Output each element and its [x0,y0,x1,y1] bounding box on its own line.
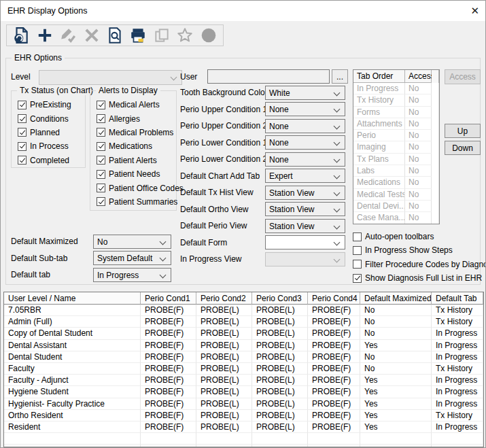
checkbox-item[interactable]: PreExisting [18,98,71,111]
combo-row-value: System Default [97,254,152,263]
perio-cond3-cell: PROBE(L) [252,351,308,363]
combo-row-label: Perio Lower Condition 2 [180,154,265,164]
checkbox-item[interactable]: Show Diagnosis Full List in EHR [353,271,486,285]
user-browse-button[interactable]: ... [332,69,348,84]
user-level-cell: Copy of Dental Student [4,328,141,339]
user-level-cell: 7.05RBR [4,305,141,316]
tab-name-cell: Case Mana... [353,212,405,224]
edit-icon[interactable] [58,27,78,44]
checkbox-item[interactable]: Patient Summaries [97,195,184,209]
access-col-header[interactable]: Access [405,70,432,83]
combo-row-select[interactable]: Expert [265,169,345,183]
checkbox-item[interactable]: Allergies [97,111,184,125]
star-icon[interactable] [175,27,195,44]
col-perio-cond1[interactable]: Perio Cond1 [141,292,196,305]
user-level-cell: Admin (Full) [4,316,141,328]
checkbox-icon [97,101,105,109]
user-input[interactable] [207,69,330,84]
checkbox-item[interactable]: In Process [18,139,71,153]
tab-order-row: In Progress No [353,83,439,94]
table-row[interactable]: Admin (Full) PROBE(F) PROBE(L) PROBE(L) … [4,316,483,328]
user-level-cell: Ortho Resident [4,410,141,421]
alerts-checkboxes: Medical Alerts Allergies Medical Problem… [97,98,184,209]
user-levels-header: User Level / Name Perio Cond1 Perio Cond… [4,292,483,305]
checkbox-item[interactable]: Patient Office Codes [97,181,184,194]
table-row[interactable]: Faculty PROBE(F) PROBE(L) PROBE(L) PROBE… [4,363,483,375]
default-maximized-cell: No [360,363,432,375]
checkbox-label: Medical Problems [109,128,173,137]
preview-icon[interactable] [105,27,125,44]
combo-row-select[interactable] [265,235,345,249]
combo-row-value: None [269,122,289,131]
combo-row-value: Station View [269,222,315,231]
table-row[interactable]: Dental Student PROBE(F) PROBE(L) PROBE(L… [4,351,483,363]
checkbox-item[interactable]: Medications [97,139,184,153]
table-row[interactable]: Faculty - Adjunct PROBE(F) PROBE(L) PROB… [4,375,483,386]
perio-cond3-cell: PROBE(L) [252,386,308,398]
checkbox-label: Filter Procedure Codes by Diagnoses [365,260,486,269]
table-row[interactable]: Ortho Resident PROBE(F) PROBE(L) PROBE(L… [4,410,483,421]
copy-icon[interactable] [152,27,172,44]
col-perio-cond2[interactable]: Perio Cond2 [196,292,252,305]
user-level-cell: Dental Student [4,351,141,363]
tx-status-group: Tx Status (on Chart) PreExisting Conditi… [11,90,86,168]
tab-order-table: Tab Order Access In Progress No Tx Histo… [353,69,440,224]
checkbox-item[interactable]: Patient Needs [97,167,184,181]
tab-order-row: Case Mana... No [353,212,439,224]
tab-name-cell: In Progress [353,83,405,94]
close-icon[interactable]: ✕ [470,5,479,17]
combo-row-select[interactable]: None [265,119,345,133]
col-perio-cond3[interactable]: Perio Cond3 [252,292,308,305]
ehr-display-options-dialog: EHR Display Options ✕ [0,0,486,448]
combo-row-select[interactable]: None [265,102,345,116]
access-cell: No [405,130,432,141]
checkbox-item[interactable]: Medical Problems [97,126,184,139]
table-row[interactable]: Hygiene Student PROBE(F) PROBE(L) PROBE(… [4,386,483,398]
table-row[interactable]: Copy of Dental Student PROBE(F) PROBE(L)… [4,328,483,339]
perio-cond2-cell: PROBE(L) [196,375,252,386]
chevron-down-icon [334,206,341,213]
checkbox-item[interactable]: Completed [18,154,71,167]
combo-row-select[interactable]: System Default [93,251,171,265]
perio-cond4-cell: PROBE(F) [308,386,360,398]
col-user-level-name[interactable]: User Level / Name [4,292,141,305]
down-button[interactable]: Down [445,141,481,155]
col-perio-cond4[interactable]: Perio Cond4 [308,292,360,305]
checkbox-item[interactable]: Auto-open toolbars [353,230,486,243]
combo-row-select[interactable]: In Progress [93,268,171,282]
circle-icon[interactable] [198,27,219,44]
checkbox-item[interactable]: In Progress Show Steps [353,243,486,257]
checkbox-label: Medications [109,141,152,151]
table-row[interactable]: Hygienist- Faculty Practice PROBE(F) PRO… [4,398,483,410]
col-default-maximized[interactable]: Default Maximized [360,292,432,305]
col-default-tab[interactable]: Default Tab [432,292,483,305]
combo-row-select[interactable]: Station View [265,219,345,233]
checkbox-item[interactable]: Patient Alerts [97,154,184,167]
checkbox-item[interactable]: Planned [18,126,71,139]
checkbox-item[interactable]: Conditions [18,111,71,125]
row-filler [432,118,439,130]
new-document-icon[interactable] [11,27,31,44]
combo-row-select[interactable]: Station View [265,202,345,216]
add-icon[interactable] [35,27,55,44]
table-row[interactable]: Resident PROBE(F) PROBE(L) PROBE(L) PROB… [4,421,483,433]
up-button[interactable]: Up [445,124,481,138]
tab-name-cell: Medical Tests [353,189,405,201]
table-row[interactable]: Dental Assistant PROBE(F) PROBE(L) PROBE… [4,340,483,351]
tab-order-col-header[interactable]: Tab Order [353,70,405,83]
checkbox-item[interactable]: Filter Procedure Codes by Diagnoses [353,258,486,271]
combo-row-value: Expert [269,171,293,181]
combo-row-select[interactable]: No [93,235,171,249]
table-row[interactable]: 7.05RBR PROBE(F) PROBE(L) PROBE(L) PROBE… [4,305,483,316]
combo-row-select[interactable]: White [265,86,345,100]
combo-row-select[interactable]: None [265,152,345,167]
checkbox-icon [18,156,27,165]
print-icon[interactable] [128,27,148,44]
combo-row-select[interactable]: None [265,135,345,150]
delete-icon[interactable] [82,27,102,44]
checkbox-item[interactable]: Medical Alerts [97,98,184,111]
checkbox-icon [97,170,105,179]
tab-order-row: Dental Devi... No [353,201,439,212]
combo-row-select[interactable]: Station View [265,186,345,200]
combo-row: Default Perio View Station View [180,218,345,235]
